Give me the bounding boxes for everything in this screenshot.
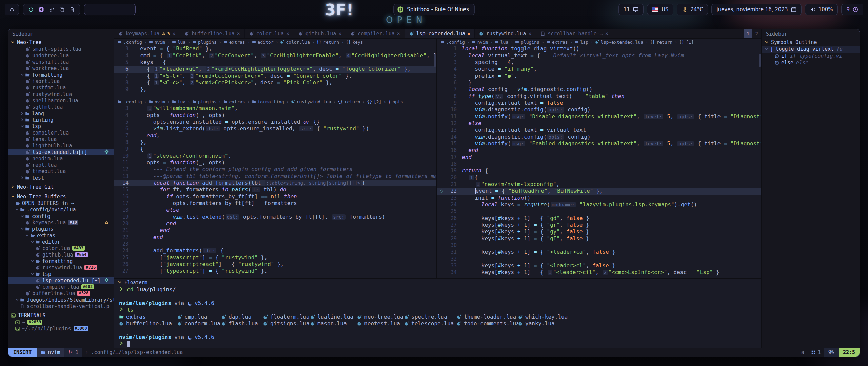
code-area[interactable]: 3 event = { "BufRead" },4 cmd = { 1"CccP… (114, 45, 436, 98)
close-icon[interactable]: × (528, 30, 531, 37)
buffer-tab-bufferline-lua[interactable]: bufferline.lua× (180, 29, 244, 38)
tree-item-bufferline-lua[interactable]: bufferline.lua#328 (8, 290, 114, 297)
tree-item-lens-lua[interactable]: lens.lua (8, 136, 114, 142)
tree-item-neodim-lua[interactable]: neodim.lua (8, 155, 114, 162)
tree-item-keymaps-lua[interactable]: keymaps.lua#10 (8, 219, 114, 226)
code-line[interactable]: 18 (437, 161, 761, 167)
tree-item-open-buffers-in[interactable]: OPEN BUFFERS in ~ (8, 200, 114, 206)
close-icon[interactable]: × (237, 30, 240, 37)
tree-item-item[interactable]: ~#2859 (8, 319, 114, 325)
date-module[interactable]: jueves, noviembre 16, 2023 (711, 4, 801, 15)
tree-item-lightbulb-lua[interactable]: lightbulb.lua (8, 142, 114, 149)
code-line[interactable]: 3 spacing = 4, (437, 59, 761, 66)
tree-item-compiler-lua[interactable]: compiler.lua#682 (8, 284, 114, 290)
code-line[interactable]: 24 add_formatters(tbl: { (114, 247, 436, 254)
code-line[interactable]: 32 (437, 256, 761, 262)
code-line[interactable]: 9 }, (114, 86, 436, 93)
tree-item-formatting[interactable]: formatting (8, 258, 114, 264)
tree-item-config[interactable]: config (8, 213, 114, 219)
code-line[interactable]: 20 end (114, 220, 436, 227)
outline-section-header[interactable]: Symbols Outline (762, 39, 860, 46)
code-line[interactable]: 5 opts.ensure_installed = opts.ensure_in… (114, 119, 436, 125)
tree-item-undotree-lua[interactable]: undotree.lua (8, 52, 114, 59)
code-line[interactable]: 1local function toggle_diag_virtext() (437, 45, 761, 52)
code-line[interactable]: 29 keys[#keys + 1] = { "gI", false } (437, 235, 761, 242)
record-icon[interactable] (28, 7, 34, 12)
tree-item-extras[interactable]: extras (8, 232, 114, 239)
code-line[interactable]: 16 if opts.formatters_by_ft[ft] == nil t… (114, 193, 436, 200)
code-line[interactable]: 27 keys[#keys + 1] = { "gr", false } (437, 222, 761, 228)
code-line[interactable]: 17 opts.formatters_by_ft[ft] = formatter… (114, 200, 436, 207)
volume-module[interactable]: 100% (805, 4, 838, 15)
code-line[interactable]: 5 keys = { (114, 59, 436, 66)
code-line[interactable]: 10 vim.diagnostic.config(opts: config) (437, 106, 761, 113)
monitor-module[interactable]: 11 (618, 4, 644, 15)
code-line[interactable]: 18 else (114, 207, 436, 214)
code-line[interactable]: 23 (114, 241, 436, 247)
link-icon[interactable] (49, 7, 54, 12)
bar-input[interactable]: ________ (84, 4, 136, 15)
code-line[interactable]: 6 } (437, 79, 761, 86)
code-line[interactable]: 4 opts = function(_, opts) (114, 112, 436, 119)
code-line[interactable]: 22 end (114, 234, 436, 241)
buffer-tab-lsp-extended-lua[interactable]: lsp-extended.lua● (405, 29, 475, 38)
code-line[interactable]: 11 opts = function(_, opts) (114, 159, 436, 166)
tree-item-github-lua[interactable]: github.lua#654 (8, 251, 114, 258)
close-icon[interactable]: × (397, 30, 400, 37)
tree-item-config-nvim-lua[interactable]: .config/nvim/lua (8, 206, 114, 213)
editor-pane-color[interactable]: .config›nvim›lua›plugins›extras›editor›c… (114, 39, 436, 98)
launcher-button[interactable] (5, 4, 19, 15)
code-line[interactable]: 24 local keys = require(modname: "lazyvi… (437, 201, 761, 208)
code-line[interactable]: 15 vim.notify(msg: "Enabled diagnostics … (437, 140, 761, 147)
workspace-active-icon[interactable] (39, 7, 44, 12)
code-line[interactable]: 27 ["typescript"] = { "rustywind" }, (114, 268, 436, 274)
tabpage-2[interactable]: 2 (752, 29, 761, 38)
code-area[interactable]: 3 1"williamboman/mason.nvim",4 opts = fu… (114, 105, 436, 278)
code-line[interactable]: 21 end (114, 227, 436, 234)
buffer-tab-scrollbar-handle[interactable]: scrollbar-handle-…× (536, 29, 613, 38)
code-line[interactable]: 10 1"steveacr/conform.nvim", (114, 152, 436, 159)
windows-icon[interactable] (59, 7, 64, 12)
tree-item-editor[interactable]: editor (8, 239, 114, 245)
tree-item-lsp[interactable]: lsp (8, 271, 114, 277)
tree-item-rustfmt-lua[interactable]: rustfmt.lua (8, 84, 114, 91)
code-line[interactable]: 14 local function add_formatters(tbl :ta… (114, 180, 436, 186)
code-line[interactable]: 4 source = "if_many", (437, 66, 761, 73)
code-line[interactable]: 28 keys[#keys + 1] = { "gy", false } (437, 228, 761, 235)
tree-item-lang[interactable]: lang (8, 110, 114, 117)
tree-item-lsp-extended-lu[interactable]: lsp-extended.lu [+] (8, 277, 114, 284)
code-line[interactable]: 7 { 1"<S-C>", 2"<cmd>CccConvert<cr>", de… (114, 73, 436, 79)
code-line[interactable]: 7 end, (114, 132, 436, 139)
tree-item-shellharden-lua[interactable]: shellharden.lua (8, 97, 114, 104)
code-line[interactable]: 13 config.virtual_text = virtual_text (437, 127, 761, 134)
collapse-icon[interactable] (118, 280, 122, 284)
code-line[interactable]: 22 event = { "BufReadPre", "BufNewFile" … (437, 188, 761, 195)
code-line[interactable]: 3 1"williamboman/mason.nvim", (114, 105, 436, 112)
tree-item-lsp-extended-lu[interactable]: lsp-extended.lu[+] (8, 149, 114, 155)
tree-item-compiler-lua[interactable]: compiler.lua (8, 129, 114, 136)
tree-item-plugins[interactable]: plugins (8, 226, 114, 232)
code-area[interactable]: 1local function toggle_diag_virtext()2 l… (437, 45, 761, 278)
code-line[interactable]: 26 keys[#keys + 1] = { "gd", false } (437, 215, 761, 222)
buffer-tab-rustywind-lua[interactable]: rustywind.lua× (475, 29, 536, 38)
code-line[interactable]: 5 prefix = "●", (437, 73, 761, 79)
temperature-module[interactable]: 24°C (677, 4, 708, 15)
code-line[interactable]: 8 { 1"<C-c>", 2"<cmd>CccPick<cr>", desc … (114, 79, 436, 86)
tree-item-isort-lua[interactable]: isort.lua (8, 78, 114, 84)
tree-item-rustywind-lua[interactable]: rustywind.lua#726 (8, 264, 114, 271)
code-line[interactable]: 11 vim.notify(msg: "Disable diagnostics … (437, 113, 761, 120)
buffer-tab-color-lua[interactable]: color.lua× (245, 29, 294, 38)
code-line[interactable]: 2 local virtual_text = { -- Default virt… (437, 52, 761, 59)
buffer-tab-github-lua[interactable]: github.lua× (294, 29, 346, 38)
section-header-terminals[interactable]: TERMINALS (8, 312, 114, 319)
close-icon[interactable]: × (172, 30, 175, 37)
tree-item-linting[interactable]: linting (8, 117, 114, 123)
tabpage-1[interactable]: 1 (744, 29, 752, 38)
section-header-neo-tree-git[interactable]: Neo-Tree Git (8, 183, 114, 190)
tree-item-winshift-lua[interactable]: winshift.lua (8, 59, 114, 65)
code-line[interactable]: 6 vim.list_extend(dst: opts.ensure_insta… (114, 125, 436, 132)
code-line[interactable]: 20 1{ (437, 174, 761, 181)
close-icon[interactable]: × (338, 30, 341, 37)
keyboard-layout-module[interactable]: US (647, 4, 674, 15)
code-line[interactable]: 6 { 1"<leader>uC", 2"<cmd>CccHighlighter… (114, 66, 436, 73)
